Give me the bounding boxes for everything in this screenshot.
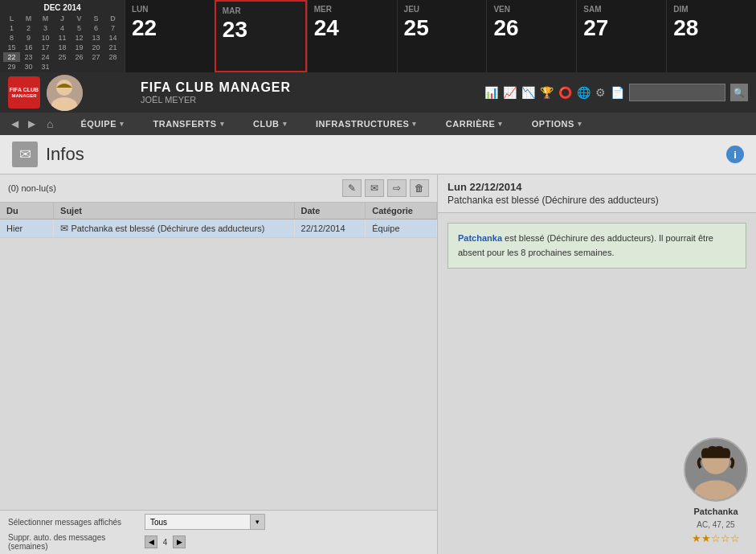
nav-bar: ◀ ▶ ⌂ ÉQUIPE TRANSFERTS CLUB INFRASTRUCT… bbox=[0, 113, 756, 135]
toolbar-delete-button[interactable]: 🗑 bbox=[410, 179, 429, 197]
day-col-dim[interactable]: DIM28 bbox=[666, 0, 756, 72]
detail-panel: Lun 22/12/2014 Patchanka est blessé (Déc… bbox=[438, 174, 756, 554]
select-messages-value: Tous bbox=[145, 518, 250, 527]
msg-du: Hier bbox=[0, 220, 54, 238]
day-name: MAR bbox=[223, 6, 241, 15]
col-categorie: Catégorie bbox=[366, 203, 437, 220]
select-messages-label: Sélectionner messages affichés bbox=[8, 518, 137, 527]
toolbar-reply-button[interactable]: ✉ bbox=[365, 179, 384, 197]
unread-count: (0) non-lu(s) bbox=[8, 183, 56, 193]
info-button[interactable]: i bbox=[726, 146, 744, 163]
msg-date: 22/12/2014 bbox=[294, 220, 366, 238]
day-num: 27 bbox=[583, 17, 608, 39]
settings-icon[interactable]: ⚙ bbox=[595, 86, 606, 99]
stats-icon[interactable]: 📊 bbox=[484, 86, 498, 99]
logo-area: FIFA CLUB MANAGER bbox=[8, 75, 133, 111]
circle-icon[interactable]: ⭕ bbox=[558, 86, 572, 99]
detail-body-box: Patchanka est blessé (Déchirure des addu… bbox=[447, 223, 746, 269]
player-name-card: Patchanka bbox=[684, 505, 748, 519]
player-info-card: AC, 47, 25 bbox=[684, 519, 748, 531]
day-num: 22 bbox=[132, 17, 157, 39]
stepper-value: 4 bbox=[159, 538, 171, 547]
nav-item-club[interactable]: CLUB bbox=[239, 113, 301, 135]
auto-delete-stepper: ◀ 4 ▶ bbox=[145, 536, 186, 548]
day-col-ven[interactable]: VEN26 bbox=[486, 0, 576, 72]
nav-left: ◀ ▶ ⌂ bbox=[8, 116, 58, 132]
day-name: VEN bbox=[493, 5, 510, 14]
player-card: Patchanka AC, 47, 25 ★★☆☆☆ bbox=[684, 437, 748, 546]
col-date: Date bbox=[294, 203, 366, 220]
messages-toolbar: (0) non-lu(s) ✎ ✉ ⇨ 🗑 bbox=[0, 174, 437, 203]
day-col-mer[interactable]: MER24 bbox=[307, 0, 397, 72]
nav-item-equipe[interactable]: ÉQUIPE bbox=[66, 113, 138, 135]
app-title: FIFA CLUB MANAGER bbox=[141, 80, 291, 95]
search-button[interactable]: 🔍 bbox=[730, 84, 748, 101]
app-header: FIFA CLUB MANAGER FIFA CLUB MANAGER JOËL… bbox=[0, 72, 756, 113]
header-icons: 📊 📈 📉 🏆 ⭕ 🌐 ⚙ 📄 🔍 bbox=[484, 84, 748, 101]
toolbar-forward-button[interactable]: ⇨ bbox=[387, 179, 407, 197]
day-name: LUN bbox=[132, 5, 149, 14]
stepper-next-button[interactable]: ▶ bbox=[173, 536, 186, 548]
page-title: Infos bbox=[46, 144, 84, 165]
msg-sujet: ✉ Patchanka est blessé (Déchirure des ad… bbox=[54, 220, 294, 238]
day-num: 23 bbox=[223, 18, 247, 41]
bar-chart-icon[interactable]: 📉 bbox=[521, 86, 535, 99]
app-title-area: FIFA CLUB MANAGER JOËL MEYER bbox=[141, 80, 291, 105]
content-body: (0) non-lu(s) ✎ ✉ ⇨ 🗑 Du Sujet Date bbox=[0, 174, 756, 554]
player-portrait bbox=[684, 437, 748, 502]
day-name: MER bbox=[314, 5, 332, 14]
auto-delete-row: Suppr. auto. des messages (semaines) ◀ 4… bbox=[8, 533, 429, 551]
nav-forward-button[interactable]: ▶ bbox=[25, 117, 39, 131]
document-icon[interactable]: 📄 bbox=[611, 86, 624, 99]
nav-item-options[interactable]: OPTIONS bbox=[517, 113, 597, 135]
select-messages-dropdown[interactable]: Tous ▾ bbox=[145, 514, 265, 530]
day-num: 25 bbox=[404, 17, 429, 39]
trophy-icon[interactable]: 🏆 bbox=[540, 86, 554, 99]
detail-body: Patchanka est blessé (Déchirure des addu… bbox=[438, 213, 756, 554]
day-col-mar[interactable]: MAR23 bbox=[215, 0, 307, 72]
day-name: JEU bbox=[404, 5, 419, 14]
logo-badge: FIFA CLUB MANAGER bbox=[8, 76, 40, 109]
day-col-sam[interactable]: SAM27 bbox=[576, 0, 666, 72]
day-num: 26 bbox=[493, 17, 518, 39]
col-sujet: Sujet bbox=[54, 203, 294, 220]
main-content: ✉ Infos i (0) non-lu(s) ✎ ✉ ⇨ 🗑 bbox=[0, 135, 756, 554]
toolbar-compose-button[interactable]: ✎ bbox=[342, 179, 362, 197]
nav-item-infrastructures[interactable]: INFRASTRUCTURES bbox=[301, 113, 431, 135]
detail-header: Lun 22/12/2014 Patchanka est blessé (Déc… bbox=[438, 174, 756, 213]
mini-calendar: DEC 2014 LMMJVSD 12345678910111213141516… bbox=[0, 0, 125, 72]
chart-icon[interactable]: 📈 bbox=[503, 86, 517, 99]
nav-item-carriere[interactable]: CARRIÈRE bbox=[431, 113, 517, 135]
stepper-prev-button[interactable]: ◀ bbox=[145, 536, 157, 548]
messages-panel: (0) non-lu(s) ✎ ✉ ⇨ 🗑 Du Sujet Date bbox=[0, 174, 438, 554]
day-col-lun[interactable]: LUN22 bbox=[125, 0, 215, 72]
calendar-bar: DEC 2014 LMMJVSD 12345678910111213141516… bbox=[0, 0, 756, 72]
globe-icon[interactable]: 🌐 bbox=[577, 86, 590, 99]
day-col-jeu[interactable]: JEU25 bbox=[397, 0, 487, 72]
detail-date: Lun 22/12/2014 bbox=[447, 181, 746, 193]
nav-item-transferts[interactable]: TRANSFERTS bbox=[139, 113, 239, 135]
player-stars: ★★☆☆☆ bbox=[684, 531, 748, 547]
msg-icon: ✉ bbox=[60, 223, 71, 234]
auto-delete-label: Suppr. auto. des messages (semaines) bbox=[8, 533, 137, 551]
content-header: ✉ Infos i bbox=[0, 135, 756, 174]
day-name: DIM bbox=[673, 5, 688, 14]
table-row[interactable]: Hier ✉ Patchanka est blessé (Déchirure d… bbox=[0, 220, 437, 238]
search-input[interactable] bbox=[629, 84, 725, 101]
nav-back-button[interactable]: ◀ bbox=[8, 117, 22, 131]
day-num: 24 bbox=[314, 17, 339, 39]
nav-home-button[interactable]: ⌂ bbox=[42, 116, 58, 132]
detail-subject: Patchanka est blessé (Déchirure des addu… bbox=[447, 195, 746, 206]
day-name: SAM bbox=[583, 5, 601, 14]
player-name-highlight: Patchanka bbox=[458, 233, 502, 243]
chevron-down-icon: ▾ bbox=[250, 515, 264, 529]
calendar-month-year: DEC 2014 bbox=[3, 3, 121, 12]
mail-icon-large: ✉ bbox=[12, 142, 38, 167]
msg-categorie: Équipe bbox=[366, 220, 437, 238]
day-num: 28 bbox=[673, 17, 698, 39]
col-du: Du bbox=[0, 203, 54, 220]
messages-table: Du Sujet Date Catégorie Hier ✉ Patchanka… bbox=[0, 203, 437, 238]
content-title-area: ✉ Infos bbox=[12, 142, 84, 167]
week-days: LUN22MAR23MER24JEU25VEN26SAM27DIM28 bbox=[125, 0, 756, 72]
select-messages-row: Sélectionner messages affichés Tous ▾ bbox=[8, 514, 429, 530]
